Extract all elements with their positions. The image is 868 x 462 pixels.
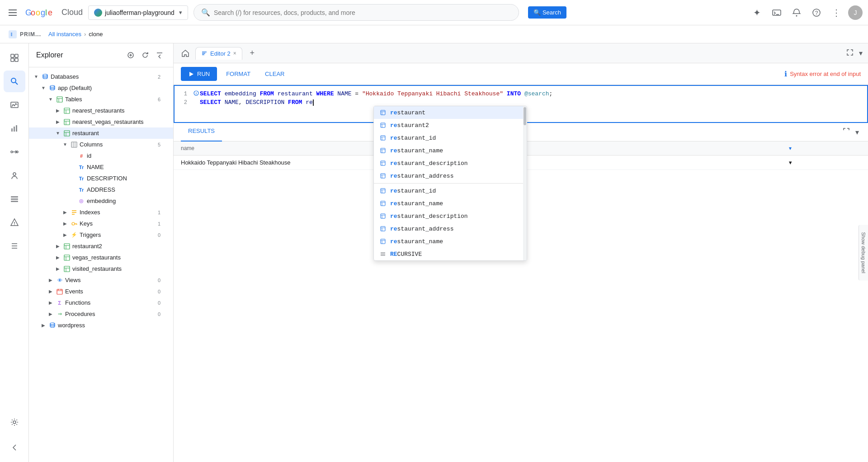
tables-node[interactable]: ▼ Tables 6 ⋮ [29, 94, 173, 105]
ac-item-restaurant-id[interactable]: restaurant_id [374, 132, 527, 144]
expand-results-btn[interactable] [841, 126, 852, 138]
restaurant-arrow: ▼ [54, 130, 61, 137]
project-selector[interactable]: juliaofferman-playground ▾ [88, 5, 188, 20]
breadcrumb-all-instances[interactable]: All instances [48, 31, 81, 38]
ac-item-restaurant-desc[interactable]: restaurant_description [374, 157, 527, 170]
table-restaurant[interactable]: ▼ restaurant ⋮ [29, 127, 173, 139]
sidebar-title: Explorer [36, 51, 63, 59]
add-tab-btn[interactable]: + [246, 47, 259, 60]
refresh-btn[interactable] [139, 49, 151, 61]
nav-iam[interactable] [4, 165, 25, 186]
col-address[interactable]: ▶ Tr ADDRESS ⋮ [29, 184, 173, 195]
table-restaurant2[interactable]: ▶ restaurant2 ⋮ [29, 240, 173, 252]
procedures-arrow: ▶ [47, 311, 54, 318]
svg-point-28 [13, 173, 16, 175]
global-search[interactable]: 🔍 [193, 4, 519, 21]
columns-node[interactable]: ▼ Columns 5 ⋮ [29, 139, 173, 150]
wordpress-node[interactable]: ▶ wordpress ⋮ [29, 320, 173, 331]
events-icon [56, 288, 63, 295]
app-default-arrow: ▼ [40, 85, 47, 92]
nav-operations[interactable] [4, 188, 25, 210]
indexes-node[interactable]: ▶ Indexes 1 ⋮ [29, 207, 173, 218]
views-node[interactable]: ▶ 👁 Views 0 ⋮ [29, 274, 173, 286]
google-cloud-logo[interactable]: G o o g l e Cloud [25, 7, 83, 18]
nav-dataflow[interactable] [4, 141, 25, 163]
nav-settings[interactable] [4, 413, 25, 435]
run-button[interactable]: RUN [181, 67, 217, 81]
table-vegas-restaurants[interactable]: ▶ vegas_restaurants ⋮ [29, 252, 173, 263]
views-label: Views [65, 277, 154, 283]
events-node[interactable]: ▶ Events 0 ⋮ [29, 286, 173, 297]
nav-list[interactable] [4, 235, 25, 257]
format-button[interactable]: FORMAT [221, 67, 256, 81]
search-input[interactable] [214, 9, 511, 16]
table-nearest-vegas-restaurants[interactable]: ▶ nearest_vegas_restaurants ⋮ [29, 116, 173, 127]
ac-item-restaurant-desc2[interactable]: restaurant_description [374, 210, 527, 222]
col-name[interactable]: ▶ Tr NAME ⋮ [29, 161, 173, 173]
wordpress-arrow: ▶ [40, 322, 47, 329]
ac-match-9: restaurant_address [390, 226, 453, 232]
nav-monitoring[interactable] [4, 94, 25, 116]
app-default-node[interactable]: ▼ app (Default) ⋮ [29, 82, 173, 94]
results-more-btn[interactable]: ▾ [854, 126, 861, 138]
autocomplete-scrollbar[interactable] [523, 106, 527, 260]
add-connection-btn[interactable] [124, 49, 137, 61]
gemini-icon-btn[interactable]: ✦ [749, 5, 765, 21]
clear-button[interactable]: CLEAR [259, 67, 290, 81]
ac-item-restaurant-addr2[interactable]: restaurant_address [374, 222, 527, 235]
triggers-node[interactable]: ▶ ⚡ Triggers 0 ⋮ [29, 229, 173, 240]
procedures-node[interactable]: ▶ ⇒ Procedures 0 ⋮ [29, 308, 173, 320]
svg-text:o: o [31, 8, 35, 17]
tab-home[interactable] [177, 45, 193, 61]
nav-collapse[interactable] [4, 437, 25, 458]
result-row-1-expand[interactable]: ▾ [782, 156, 868, 170]
editor-more-btn[interactable]: ▾ [857, 47, 864, 59]
nav-alerts[interactable] [4, 212, 25, 233]
nav-chart[interactable] [4, 118, 25, 139]
col-embedding[interactable]: ▶ ◎ embedding ⋮ [29, 195, 173, 207]
debug-panel-tab[interactable]: Show debug panel [859, 225, 868, 280]
functions-node[interactable]: ▶ Σ Functions 0 ⋮ [29, 297, 173, 308]
search-button[interactable]: 🔍 Search [528, 6, 566, 19]
ac-item-recursive[interactable]: RECURSIVE [374, 248, 527, 260]
menu-icon[interactable] [5, 9, 20, 17]
ac-item-restaurant-addr[interactable]: restaurant_address [374, 170, 527, 182]
col-description[interactable]: ▶ Tr DESCRIPTION ⋮ [29, 173, 173, 184]
ac-item-restaurant2[interactable]: restaurant2 [374, 119, 527, 132]
tab-editor2[interactable]: Editor 2 × [195, 47, 242, 60]
search-icon: 🔍 [201, 8, 210, 17]
tab-close-btn[interactable]: × [233, 50, 236, 57]
triggers-icon: ⚡ [71, 231, 78, 239]
sql-editor-wrapper[interactable]: 1 i SELECT embedding FROM restaurant WHE… [174, 85, 868, 123]
notifications-icon-btn[interactable] [788, 5, 805, 21]
sidebar-header: Explorer [29, 43, 173, 67]
svg-text:o: o [36, 8, 40, 17]
wordpress-label: wordpress [58, 322, 160, 329]
cloud-shell-icon-btn[interactable] [769, 5, 785, 21]
run-label: RUN [197, 71, 210, 77]
expand-editor-btn[interactable] [844, 47, 855, 60]
help-icon-btn[interactable]: ? [808, 5, 825, 21]
nav-overview[interactable] [4, 47, 25, 69]
table-nearest-restaurants[interactable]: ▶ nearest_restaurants ⋮ [29, 105, 173, 116]
more-options-icon-btn[interactable]: ⋮ [828, 5, 844, 21]
nearest-vegas-icon [63, 118, 71, 126]
svg-text:i: i [196, 92, 197, 95]
ac-item-restaurant[interactable]: restaurant [374, 106, 527, 119]
ac-item-restaurant-name[interactable]: restaurant_name [374, 144, 527, 157]
ac-item-restaurant-id2[interactable]: restaurant_id [374, 184, 527, 197]
svg-rect-89 [381, 136, 385, 140]
ac-item-restaurant-name3[interactable]: restaurant_name [374, 235, 527, 248]
ac-match-11: RECURSIVE [390, 251, 422, 258]
table-visited-restaurants[interactable]: ▶ visited_restaurants ⋮ [29, 263, 173, 274]
databases-node[interactable]: ▼ Databases 2 ⋮ [29, 71, 173, 82]
ac-item-restaurant-name2[interactable]: restaurant_name [374, 197, 527, 210]
collapse-sidebar-btn[interactable] [153, 49, 166, 61]
results-tab[interactable]: RESULTS [181, 123, 222, 141]
user-avatar[interactable]: J [848, 5, 863, 20]
nav-search[interactable] [4, 71, 25, 92]
col-id[interactable]: ▶ # id ⋮ [29, 150, 173, 161]
main-layout: Explorer ▼ Databases 2 [0, 43, 868, 462]
keys-node[interactable]: ▶ Keys 1 ⋮ [29, 218, 173, 229]
breadcrumb-separator: › [84, 31, 86, 38]
